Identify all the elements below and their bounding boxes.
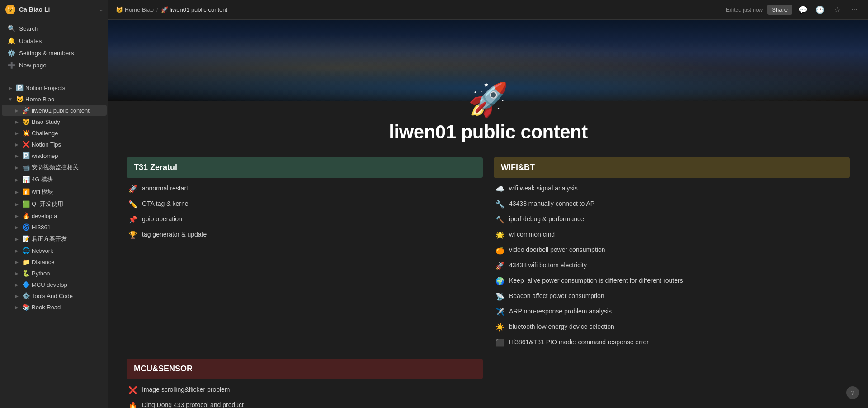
sidebar-item-distance[interactable]: ▶ 📁 Distance xyxy=(2,256,107,267)
junzheng-icon: 📝 xyxy=(22,235,30,242)
sidebar-item-home-biao[interactable]: ▼ 😺 Home Biao xyxy=(2,94,107,104)
challenge-chevron-icon: ▶ xyxy=(14,131,20,136)
user-chevron-icon: ⌄ xyxy=(99,7,103,12)
list-item[interactable]: 🌟 wl common cmd xyxy=(494,229,850,240)
item-text: tag generator & update xyxy=(142,230,207,239)
wifi-module-icon: 📶 xyxy=(22,188,30,195)
more-button[interactable]: ··· xyxy=(848,4,861,16)
challenge-label: Challenge xyxy=(32,130,103,137)
sidebar: 😺 CaiBiao Li ⌄ 🔍 Search 🔔 Updates ⚙️ Set… xyxy=(0,0,108,408)
new-page-icon: ➕ xyxy=(7,62,15,69)
challenge-icon: 💥 xyxy=(22,129,30,137)
list-item[interactable]: ⬛ Hi3861&T31 PIO mode: command response … xyxy=(494,337,850,348)
list-item[interactable]: 📌 gpio operation xyxy=(127,214,483,225)
comment-button[interactable]: 💬 xyxy=(797,4,809,16)
page-title: liwen01 public content xyxy=(127,121,850,143)
tools-icon: ⚙️ xyxy=(22,292,30,299)
list-item[interactable]: 🚀 43438 wifi bottom electricity xyxy=(494,260,850,271)
distance-label: Distance xyxy=(32,259,103,266)
sidebar-item-notion-projects[interactable]: ▶ 🅿️ Notion Projects xyxy=(2,82,107,93)
item-text: bluetooth low energy device selection xyxy=(509,323,614,332)
item-text: video doorbell power consumption xyxy=(509,246,605,255)
sidebar-item-settings[interactable]: ⚙️ Settings & members xyxy=(2,47,107,59)
breadcrumb-separator: / xyxy=(156,6,158,13)
sidebar-item-wisdomep[interactable]: ▶ 🅿️ wisdomep xyxy=(2,150,107,161)
list-item[interactable]: 🌍 Keep_alive power consumption is differ… xyxy=(494,275,850,286)
sidebar-item-liwen01[interactable]: ▶ 🚀 liwen01 public content xyxy=(2,105,107,116)
user-name: CaiBiao Li xyxy=(19,6,96,13)
sidebar-item-develop-a[interactable]: ▶ 🔥 develop a xyxy=(2,210,107,221)
develop-chevron-icon: ▶ xyxy=(14,213,20,218)
card-t31-zeratul: T31 Zeratul 🚀 abnormal restart ✏️ OTA ta… xyxy=(127,157,483,348)
topbar-actions: Edited just now Share 💬 🕐 ☆ ··· xyxy=(726,4,861,16)
sidebar-item-security-video[interactable]: ▶ 📹 安防视频监控相关 xyxy=(2,161,107,173)
history-button[interactable]: 🕐 xyxy=(814,4,826,16)
card-header-t31: T31 Zeratul xyxy=(127,157,483,178)
sidebar-item-biao-study[interactable]: ▶ 😺 Biao Study xyxy=(2,116,107,127)
favorite-button[interactable]: ☆ xyxy=(831,4,844,16)
list-item[interactable]: ✏️ OTA tag & kernel xyxy=(127,199,483,209)
list-item[interactable]: 🏆 tag generator & update xyxy=(127,229,483,240)
breadcrumb-home[interactable]: 😺 Home Biao xyxy=(116,6,154,13)
sidebar-item-tools-and-code[interactable]: ▶ ⚙️ Tools And Code xyxy=(2,290,107,301)
hi3861-chevron-icon: ▶ xyxy=(14,225,20,230)
help-button[interactable]: ? xyxy=(846,386,859,399)
item-text: wl common cmd xyxy=(509,230,555,239)
sidebar-item-4g[interactable]: ▶ 📊 4G 模块 xyxy=(2,174,107,185)
new-page-label: New page xyxy=(19,62,47,69)
python-label: Python xyxy=(32,270,103,277)
list-item[interactable]: 🍊 video doorbell power consumption xyxy=(494,245,850,256)
sidebar-item-notion-tips[interactable]: ▶ ❌ Notion Tips xyxy=(2,139,107,150)
sidebar-item-challenge[interactable]: ▶ 💥 Challenge xyxy=(2,128,107,138)
sidebar-item-search[interactable]: 🔍 Search xyxy=(2,23,107,34)
list-item[interactable]: ✈️ ARP non-response problem analysis xyxy=(494,306,850,317)
breadcrumb-current: 🚀 liwen01 public content xyxy=(161,6,228,13)
item-icon: ☀️ xyxy=(495,323,505,332)
wisdomep-label: wisdomep xyxy=(32,152,103,159)
card-wifi-bt: WIFI&BT ☁️ wifi weak signal analysis 🔧 4… xyxy=(494,157,850,348)
network-icon: 🌐 xyxy=(22,247,30,254)
security-label: 安防视频监控相关 xyxy=(32,163,103,171)
item-text: Ding Dong 433 protocol and product xyxy=(142,401,244,408)
card-list-wifi: ☁️ wifi weak signal analysis 🔧 43438 man… xyxy=(494,183,850,348)
wisdomep-icon: 🅿️ xyxy=(22,152,30,159)
share-button[interactable]: Share xyxy=(767,5,792,15)
list-item[interactable]: 📡 Beacon affect power consumption xyxy=(494,291,850,302)
list-item[interactable]: 🔥 Ding Dong 433 protocol and product xyxy=(127,400,483,408)
user-menu[interactable]: 😺 CaiBiao Li ⌄ xyxy=(0,0,108,19)
item-icon: 🚀 xyxy=(128,185,137,193)
4g-label: 4G 模块 xyxy=(32,176,103,184)
user-avatar: 😺 xyxy=(5,5,15,14)
hi3861-icon: 🌀 xyxy=(22,223,30,231)
sidebar-item-hi3861[interactable]: ▶ 🌀 HI3861 xyxy=(2,222,107,232)
wifi-module-label: wifi 模块 xyxy=(32,188,103,196)
sidebar-item-wifi-module[interactable]: ▶ 📶 wifi 模块 xyxy=(2,186,107,198)
list-item[interactable]: 🚀 abnormal restart xyxy=(127,183,483,194)
item-icon: 🔧 xyxy=(495,200,505,209)
liwen01-label: liwen01 public content xyxy=(32,107,103,114)
item-icon: 📌 xyxy=(128,215,137,224)
sidebar-item-book-read[interactable]: ▶ 📚 Book Read xyxy=(2,302,107,313)
biao-study-icon: 😺 xyxy=(22,118,30,125)
sidebar-item-junzheng[interactable]: ▶ 📝 君正方案开发 xyxy=(2,233,107,245)
list-item[interactable]: ❌ Image scrolling&flicker problem xyxy=(127,384,483,395)
list-item[interactable]: ☁️ wifi weak signal analysis xyxy=(494,183,850,194)
list-item[interactable]: ☀️ bluetooth low energy device selection xyxy=(494,322,850,332)
network-label: Network xyxy=(32,247,103,254)
wifi-chevron-icon: ▶ xyxy=(14,190,20,195)
sidebar-item-mcu-develop[interactable]: ▶ 🔷 MCU develop xyxy=(2,279,107,290)
network-chevron-icon: ▶ xyxy=(14,248,20,253)
item-text: ARP non-response problem analysis xyxy=(509,307,612,316)
distance-icon: 📁 xyxy=(22,258,30,266)
sidebar-item-updates[interactable]: 🔔 Updates xyxy=(2,35,107,47)
sidebar-item-python[interactable]: ▶ 🐍 Python xyxy=(2,268,107,279)
sidebar-item-network[interactable]: ▶ 🌐 Network xyxy=(2,245,107,256)
liwen01-icon: 🚀 xyxy=(22,107,30,114)
sidebar-item-qt-dev[interactable]: ▶ 🟩 QT开发使用 xyxy=(2,198,107,210)
main-content: 😺 Home Biao / 🚀 liwen01 public content E… xyxy=(108,0,868,408)
list-item[interactable]: 🔧 43438 manually connect to AP xyxy=(494,199,850,209)
sidebar-divider xyxy=(0,77,108,77)
sidebar-item-new-page[interactable]: ➕ New page xyxy=(2,59,107,71)
list-item[interactable]: 🔨 iperf debug & performance xyxy=(494,214,850,225)
item-icon: 🍊 xyxy=(495,246,505,255)
